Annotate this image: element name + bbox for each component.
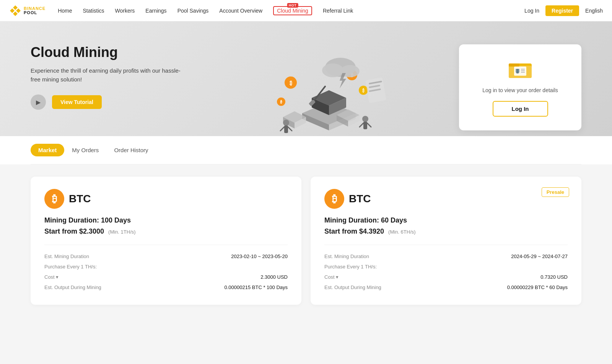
play-icon: ▶ — [36, 99, 41, 106]
card-login-button[interactable]: Log In — [493, 101, 548, 117]
nav-workers[interactable]: Workers — [115, 8, 135, 14]
tabs-section: Market My Orders Order History — [0, 136, 612, 164]
nav-links: Home Statistics Workers Earnings Pool Sa… — [58, 6, 524, 15]
view-tutorial-button[interactable]: View Tutorial — [52, 95, 102, 109]
svg-line-37 — [288, 127, 292, 131]
svg-rect-44 — [509, 63, 519, 67]
nav-pool-savings[interactable]: Pool Savings — [177, 8, 209, 14]
svg-text:₿: ₿ — [290, 80, 292, 86]
svg-text:₿: ₿ — [280, 100, 282, 104]
card-folder-icon — [507, 58, 533, 80]
tab-order-history[interactable]: Order History — [106, 144, 156, 156]
nav-account-overview[interactable]: Account Overview — [219, 8, 262, 14]
tab-my-orders[interactable]: My Orders — [64, 144, 106, 156]
svg-rect-39 — [363, 122, 367, 129]
presale-badge: Presale — [542, 187, 569, 197]
detail-row-1-0: Est. Mining Duration 2023-02-10 ~ 2023-0… — [44, 251, 288, 262]
play-button[interactable]: ▶ — [31, 94, 46, 110]
iso-scene: ₿ ₿ ₿ ₿ — [252, 52, 390, 136]
logo[interactable]: BINANCE POOL — [9, 5, 46, 17]
mining-duration-1: Mining Duration: 100 Days — [44, 216, 288, 224]
logo-bot-text: POOL — [24, 11, 46, 15]
tabs-bar: Market My Orders Order History — [31, 136, 581, 164]
hero-section: Cloud Mining Experience the thrill of ea… — [0, 21, 612, 136]
svg-point-50 — [516, 69, 519, 71]
language-selector[interactable]: English — [585, 8, 603, 14]
logo-top-text: BINANCE — [24, 6, 46, 11]
login-link[interactable]: Log In — [524, 8, 539, 14]
svg-line-36 — [280, 127, 284, 131]
btc-coin-icon-2: ₿ — [324, 189, 344, 209]
svg-rect-35 — [284, 125, 288, 133]
hot-badge: HOT — [287, 3, 298, 8]
tab-market[interactable]: Market — [31, 144, 64, 156]
card-icon-area — [474, 58, 566, 80]
card-1-header: ₿ BTC — [44, 189, 288, 209]
card-description-text: Log in to view your order details — [474, 87, 566, 93]
start-from-1: Start from $2.3000 (Min. 1TH/s) — [44, 227, 288, 236]
cards-section: ₿ BTC Mining Duration: 100 Days Start fr… — [0, 164, 612, 317]
hero-left: Cloud Mining Experience the thrill of ea… — [31, 37, 184, 110]
nav-cloud-mining[interactable]: HOT Cloud Mining — [273, 6, 312, 15]
svg-marker-1 — [16, 8, 21, 13]
btc-coin-icon-1: ₿ — [44, 189, 64, 209]
detail-row-2-0: Est. Mining Duration 2024-05-29 ~ 2024-0… — [324, 251, 568, 262]
hero-illustration: ₿ ₿ ₿ ₿ — [191, 37, 451, 136]
card-2-details: Est. Mining Duration 2024-05-29 ~ 2024-0… — [324, 245, 568, 292]
mining-duration-2: Mining Duration: 60 Days — [324, 216, 568, 224]
svg-text:₿: ₿ — [362, 88, 365, 93]
coin-symbol-2: BTC — [349, 193, 371, 205]
detail-row-1-3: Est. Output During Mining 0.00000215 BTC… — [44, 282, 288, 292]
iso-svg: ₿ ₿ ₿ ₿ — [252, 52, 390, 136]
svg-line-41 — [367, 123, 371, 127]
svg-rect-51 — [516, 71, 519, 73]
navbar: BINANCE POOL Home Statistics Workers Ear… — [0, 0, 612, 21]
svg-line-40 — [360, 123, 363, 127]
cards-grid: ₿ BTC Mining Duration: 100 Days Start fr… — [31, 177, 581, 305]
svg-marker-0 — [13, 5, 18, 10]
register-button[interactable]: Register — [545, 5, 579, 16]
svg-marker-3 — [13, 11, 18, 16]
detail-row-2-3: Est. Output During Mining 0.00000229 BTC… — [324, 282, 568, 292]
mining-card-2[interactable]: Presale ₿ BTC Mining Duration: 60 Days S… — [311, 177, 581, 305]
mining-card-1[interactable]: ₿ BTC Mining Duration: 100 Days Start fr… — [31, 177, 301, 305]
svg-point-38 — [362, 116, 368, 122]
nav-statistics[interactable]: Statistics — [83, 8, 104, 14]
start-from-2: Start from $4.3920 (Min. 6TH/s) — [324, 227, 568, 236]
detail-row-1-2: Cost ▾ 2.3000 USD — [44, 272, 288, 282]
card-1-details: Est. Mining Duration 2023-02-10 ~ 2023-0… — [44, 245, 288, 292]
nav-home[interactable]: Home — [58, 8, 72, 14]
svg-point-27 — [322, 63, 343, 77]
hero-actions: ▶ View Tutorial — [31, 94, 184, 110]
detail-row-1-1: Purchase Every 1 TH/s: — [44, 262, 288, 272]
hero-subtitle: Experience the thrill of earning daily p… — [31, 67, 184, 84]
detail-row-2-1: Purchase Every 1 TH/s: — [324, 262, 568, 272]
hero-title: Cloud Mining — [31, 44, 184, 60]
detail-row-2-2: Cost ▾ 0.7320 USD — [324, 272, 568, 282]
svg-point-34 — [283, 120, 289, 126]
nav-earnings[interactable]: Earnings — [145, 8, 166, 14]
svg-marker-2 — [10, 8, 15, 13]
nav-right: Log In Register English — [524, 5, 603, 16]
coin-symbol-1: BTC — [69, 193, 91, 205]
hero-login-card: Log in to view your order details Log In — [459, 44, 581, 130]
nav-referral-link[interactable]: Referral Link — [323, 8, 353, 14]
card-2-header: ₿ BTC — [324, 189, 568, 209]
